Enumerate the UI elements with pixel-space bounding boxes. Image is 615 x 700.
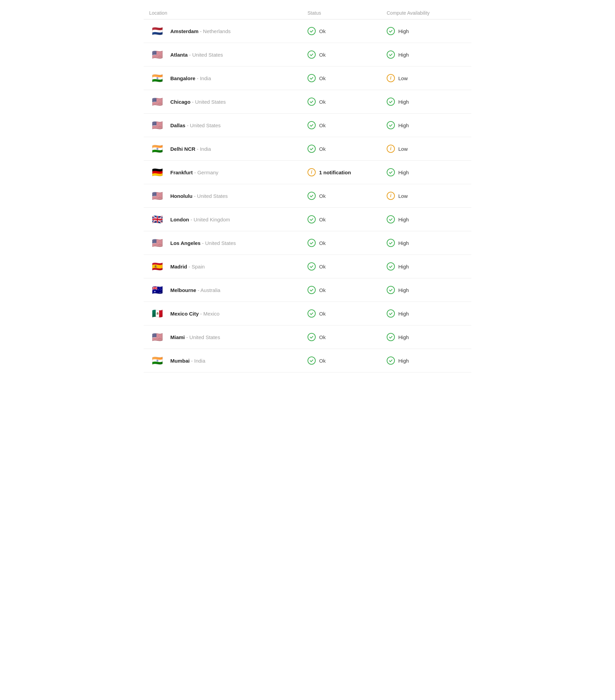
location-cell: 🇺🇸 Miami - United States bbox=[149, 332, 308, 342]
compute-info-icon: i bbox=[387, 145, 395, 153]
compute-text: High bbox=[398, 264, 409, 270]
table-row[interactable]: 🇲🇽 Mexico City - Mexico Ok High bbox=[144, 302, 471, 325]
country-name: - Spain bbox=[188, 264, 205, 270]
status-text: Ok bbox=[319, 193, 325, 199]
table-row[interactable]: 🇺🇸 Dallas - United States Ok High bbox=[144, 114, 471, 137]
city-name: Dallas bbox=[170, 123, 185, 128]
compute-cell: i Low bbox=[387, 145, 466, 153]
location-cell: 🇺🇸 Los Angeles - United States bbox=[149, 237, 308, 248]
compute-text: High bbox=[398, 123, 409, 128]
column-status: Status bbox=[308, 10, 387, 16]
country-name: - Germany bbox=[194, 170, 219, 175]
location-name: Mumbai - India bbox=[170, 358, 206, 364]
country-name: - United States bbox=[189, 52, 223, 58]
table-row[interactable]: 🇮🇳 Bangalore - India Ok i Low bbox=[144, 66, 471, 90]
compute-check-icon bbox=[387, 27, 395, 35]
table-row[interactable]: 🇳🇱 Amsterdam - Netherlands Ok High bbox=[144, 20, 471, 43]
location-cell: 🇦🇺 Melbourne - Australia bbox=[149, 285, 308, 296]
compute-text: High bbox=[398, 217, 409, 222]
city-name: Chicago bbox=[170, 99, 190, 105]
compute-text: High bbox=[398, 99, 409, 105]
location-name: London - United Kingdom bbox=[170, 217, 230, 222]
table-row[interactable]: 🇮🇳 Mumbai - India Ok High bbox=[144, 349, 471, 373]
city-name: Amsterdam bbox=[170, 28, 199, 34]
status-cell: Ok bbox=[308, 262, 387, 271]
city-name: Bangalore bbox=[170, 75, 195, 81]
status-cell: Ok bbox=[308, 357, 387, 365]
compute-text: Low bbox=[398, 193, 408, 199]
table-row[interactable]: 🇦🇺 Melbourne - Australia Ok High bbox=[144, 278, 471, 302]
status-text: Ok bbox=[319, 264, 325, 270]
status-cell: Ok bbox=[308, 50, 387, 59]
status-check-icon bbox=[308, 286, 316, 294]
compute-check-icon bbox=[387, 168, 395, 176]
compute-check-icon bbox=[387, 121, 395, 129]
table-row[interactable]: 🇺🇸 Chicago - United States Ok High bbox=[144, 90, 471, 114]
flag-icon: 🇺🇸 bbox=[149, 190, 165, 201]
table-row[interactable]: 🇺🇸 Atlanta - United States Ok High bbox=[144, 43, 471, 66]
status-cell: Ok bbox=[308, 74, 387, 82]
compute-cell: High bbox=[387, 333, 466, 341]
location-name: Atlanta - United States bbox=[170, 52, 223, 58]
compute-text: High bbox=[398, 52, 409, 58]
flag-icon: 🇮🇳 bbox=[149, 355, 165, 366]
location-name: Madrid - Spain bbox=[170, 264, 205, 270]
location-cell: 🇩🇪 Frankfurt - Germany bbox=[149, 167, 308, 178]
status-text: Ok bbox=[319, 28, 325, 34]
flag-icon: 🇺🇸 bbox=[149, 96, 165, 107]
location-cell: 🇮🇳 Delhi NCR - India bbox=[149, 143, 308, 154]
country-name: - United States bbox=[192, 99, 225, 105]
status-check-icon bbox=[308, 333, 316, 341]
table-body: 🇳🇱 Amsterdam - Netherlands Ok High 🇺🇸 At… bbox=[144, 20, 471, 373]
location-cell: 🇺🇸 Honolulu - United States bbox=[149, 190, 308, 201]
location-cell: 🇳🇱 Amsterdam - Netherlands bbox=[149, 26, 308, 37]
table-row[interactable]: 🇩🇪 Frankfurt - Germany i 1 notification … bbox=[144, 161, 471, 184]
status-text: Ok bbox=[319, 146, 325, 152]
status-cell: Ok bbox=[308, 145, 387, 153]
status-cell: Ok bbox=[308, 27, 387, 35]
city-name: Delhi NCR bbox=[170, 146, 195, 152]
table-row[interactable]: 🇬🇧 London - United Kingdom Ok High bbox=[144, 208, 471, 231]
country-name: - Australia bbox=[198, 287, 220, 293]
status-cell: Ok bbox=[308, 286, 387, 294]
flag-icon: 🇺🇸 bbox=[149, 120, 165, 131]
location-name: Los Angeles - United States bbox=[170, 240, 236, 246]
compute-text: Low bbox=[398, 75, 408, 81]
status-info-icon: i bbox=[308, 168, 316, 176]
compute-cell: i Low bbox=[387, 192, 466, 200]
country-name: - India bbox=[197, 75, 211, 81]
status-text: Ok bbox=[319, 240, 325, 246]
location-cell: 🇺🇸 Atlanta - United States bbox=[149, 49, 308, 60]
compute-info-icon: i bbox=[387, 192, 395, 200]
flag-icon: 🇮🇳 bbox=[149, 73, 165, 84]
compute-check-icon bbox=[387, 98, 395, 106]
location-cell: 🇬🇧 London - United Kingdom bbox=[149, 214, 308, 225]
compute-cell: High bbox=[387, 27, 466, 35]
compute-info-icon: i bbox=[387, 74, 395, 82]
status-text: Ok bbox=[319, 358, 325, 364]
city-name: Melbourne bbox=[170, 287, 196, 293]
city-name: Frankfurt bbox=[170, 170, 193, 175]
table-row[interactable]: 🇺🇸 Los Angeles - United States Ok High bbox=[144, 231, 471, 255]
table-row[interactable]: 🇪🇸 Madrid - Spain Ok High bbox=[144, 255, 471, 278]
country-name: - United States bbox=[202, 240, 236, 246]
status-check-icon bbox=[308, 239, 316, 247]
city-name: London bbox=[170, 217, 189, 222]
city-name: Honolulu bbox=[170, 193, 193, 199]
compute-check-icon bbox=[387, 215, 395, 223]
location-cell: 🇮🇳 Mumbai - India bbox=[149, 355, 308, 366]
table-row[interactable]: 🇮🇳 Delhi NCR - India Ok i Low bbox=[144, 137, 471, 161]
table-row[interactable]: 🇺🇸 Honolulu - United States Ok i Low bbox=[144, 184, 471, 208]
compute-check-icon bbox=[387, 286, 395, 294]
status-text: 1 notification bbox=[319, 170, 351, 175]
status-cell: i 1 notification bbox=[308, 168, 387, 176]
compute-cell: High bbox=[387, 98, 466, 106]
flag-icon: 🇲🇽 bbox=[149, 308, 165, 319]
location-cell: 🇺🇸 Chicago - United States bbox=[149, 96, 308, 107]
table-row[interactable]: 🇺🇸 Miami - United States Ok High bbox=[144, 325, 471, 349]
status-text: Ok bbox=[319, 287, 325, 293]
location-name: Chicago - United States bbox=[170, 99, 226, 105]
status-check-icon bbox=[308, 145, 316, 153]
city-name: Madrid bbox=[170, 264, 187, 270]
flag-icon: 🇦🇺 bbox=[149, 285, 165, 296]
